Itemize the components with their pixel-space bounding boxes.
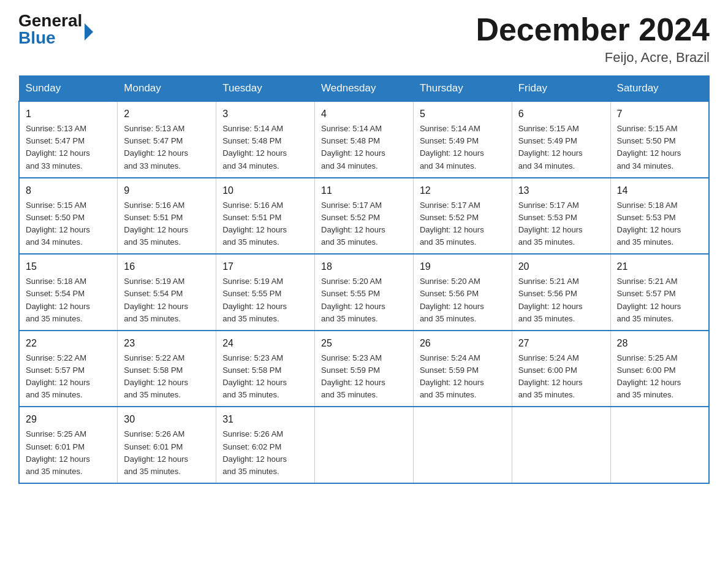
day-number: 6 [518,107,604,121]
day-info: Sunrise: 5:18 AMSunset: 5:54 PMDaylight:… [26,275,111,325]
day-number: 4 [321,107,407,121]
day-number: 3 [222,107,308,121]
logo-text: General Blue [18,12,82,47]
day-info: Sunrise: 5:21 AMSunset: 5:56 PMDaylight:… [518,275,604,325]
day-info: Sunrise: 5:17 AMSunset: 5:52 PMDaylight:… [321,199,407,249]
day-number: 11 [321,183,407,198]
day-number: 5 [420,107,506,121]
day-number: 14 [617,183,702,198]
calendar-cell: 20Sunrise: 5:21 AMSunset: 5:56 PMDayligh… [512,254,610,331]
day-number: 30 [124,412,210,427]
day-info: Sunrise: 5:17 AMSunset: 5:53 PMDaylight:… [518,199,604,249]
calendar-week-row: 29Sunrise: 5:25 AMSunset: 6:01 PMDayligh… [19,407,709,483]
day-number: 22 [26,336,111,351]
calendar-cell: 19Sunrise: 5:20 AMSunset: 5:56 PMDayligh… [413,254,512,331]
day-number: 10 [222,183,308,198]
day-number: 16 [124,259,210,274]
day-number: 2 [124,107,210,121]
day-number: 15 [26,259,111,274]
day-info: Sunrise: 5:21 AMSunset: 5:57 PMDaylight:… [617,275,702,325]
day-info: Sunrise: 5:15 AMSunset: 5:50 PMDaylight:… [26,199,111,249]
calendar-cell: 28Sunrise: 5:25 AMSunset: 6:00 PMDayligh… [610,331,709,407]
calendar-cell: 11Sunrise: 5:17 AMSunset: 5:52 PMDayligh… [315,178,414,255]
day-number: 27 [518,336,604,351]
page: General Blue December 2024 Feijo, Acre, … [0,0,728,496]
calendar-week-row: 22Sunrise: 5:22 AMSunset: 5:57 PMDayligh… [19,331,709,407]
day-number: 19 [420,259,506,274]
day-info: Sunrise: 5:19 AMSunset: 5:55 PMDaylight:… [222,275,308,325]
day-number: 17 [222,259,308,274]
calendar-cell: 17Sunrise: 5:19 AMSunset: 5:55 PMDayligh… [216,254,315,331]
calendar-cell: 25Sunrise: 5:23 AMSunset: 5:59 PMDayligh… [315,331,414,407]
calendar-table: SundayMondayTuesdayWednesdayThursdayFrid… [18,75,710,484]
calendar-week-row: 15Sunrise: 5:18 AMSunset: 5:54 PMDayligh… [19,254,709,331]
calendar-cell: 13Sunrise: 5:17 AMSunset: 5:53 PMDayligh… [512,178,610,255]
weekday-header-sunday: Sunday [19,76,118,102]
day-number: 28 [617,336,702,351]
calendar-cell: 18Sunrise: 5:20 AMSunset: 5:55 PMDayligh… [315,254,414,331]
day-info: Sunrise: 5:13 AMSunset: 5:47 PMDaylight:… [26,123,111,172]
calendar-cell [512,407,610,483]
logo-blue-text: Blue [18,29,82,47]
weekday-header-wednesday: Wednesday [315,76,414,102]
calendar-cell: 7Sunrise: 5:15 AMSunset: 5:50 PMDaylight… [610,101,709,178]
day-info: Sunrise: 5:22 AMSunset: 5:58 PMDaylight:… [124,352,210,402]
calendar-cell: 22Sunrise: 5:22 AMSunset: 5:57 PMDayligh… [19,331,118,407]
header: General Blue December 2024 Feijo, Acre, … [18,12,710,66]
calendar-week-row: 8Sunrise: 5:15 AMSunset: 5:50 PMDaylight… [19,178,709,255]
weekday-header-tuesday: Tuesday [216,76,315,102]
day-info: Sunrise: 5:14 AMSunset: 5:49 PMDaylight:… [420,123,506,172]
day-number: 31 [222,412,308,427]
day-number: 21 [617,259,702,274]
day-number: 26 [420,336,506,351]
day-number: 20 [518,259,604,274]
day-info: Sunrise: 5:25 AMSunset: 6:01 PMDaylight:… [26,428,111,478]
day-info: Sunrise: 5:20 AMSunset: 5:56 PMDaylight:… [420,275,506,325]
day-info: Sunrise: 5:23 AMSunset: 5:59 PMDaylight:… [321,352,407,402]
day-info: Sunrise: 5:14 AMSunset: 5:48 PMDaylight:… [321,123,407,172]
calendar-cell: 4Sunrise: 5:14 AMSunset: 5:48 PMDaylight… [315,101,414,178]
logo: General Blue [18,12,93,47]
day-info: Sunrise: 5:23 AMSunset: 5:58 PMDaylight:… [222,352,308,402]
calendar-cell: 27Sunrise: 5:24 AMSunset: 6:00 PMDayligh… [512,331,610,407]
calendar-cell: 30Sunrise: 5:26 AMSunset: 6:01 PMDayligh… [118,407,216,483]
day-number: 18 [321,259,407,274]
month-title: December 2024 [476,12,710,47]
calendar-cell [413,407,512,483]
day-info: Sunrise: 5:16 AMSunset: 5:51 PMDaylight:… [124,199,210,249]
day-info: Sunrise: 5:13 AMSunset: 5:47 PMDaylight:… [124,123,210,172]
weekday-header-friday: Friday [512,76,610,102]
logo-general-text: General [18,12,82,29]
calendar-cell: 14Sunrise: 5:18 AMSunset: 5:53 PMDayligh… [610,178,709,255]
calendar-cell: 21Sunrise: 5:21 AMSunset: 5:57 PMDayligh… [610,254,709,331]
day-number: 1 [26,107,111,121]
logo-arrow-icon [85,23,93,40]
day-info: Sunrise: 5:22 AMSunset: 5:57 PMDaylight:… [26,352,111,402]
calendar-cell: 3Sunrise: 5:14 AMSunset: 5:48 PMDaylight… [216,101,315,178]
weekday-header-thursday: Thursday [413,76,512,102]
calendar-cell: 15Sunrise: 5:18 AMSunset: 5:54 PMDayligh… [19,254,118,331]
calendar-cell: 9Sunrise: 5:16 AMSunset: 5:51 PMDaylight… [118,178,216,255]
location-title: Feijo, Acre, Brazil [476,50,710,66]
day-number: 23 [124,336,210,351]
day-info: Sunrise: 5:20 AMSunset: 5:55 PMDaylight:… [321,275,407,325]
weekday-header-row: SundayMondayTuesdayWednesdayThursdayFrid… [19,76,709,102]
calendar-cell: 5Sunrise: 5:14 AMSunset: 5:49 PMDaylight… [413,101,512,178]
calendar-cell: 8Sunrise: 5:15 AMSunset: 5:50 PMDaylight… [19,178,118,255]
day-number: 8 [26,183,111,198]
day-number: 25 [321,336,407,351]
day-number: 13 [518,183,604,198]
calendar-week-row: 1Sunrise: 5:13 AMSunset: 5:47 PMDaylight… [19,101,709,178]
title-block: December 2024 Feijo, Acre, Brazil [476,12,710,66]
calendar-cell: 31Sunrise: 5:26 AMSunset: 6:02 PMDayligh… [216,407,315,483]
calendar-cell: 10Sunrise: 5:16 AMSunset: 5:51 PMDayligh… [216,178,315,255]
calendar-cell: 1Sunrise: 5:13 AMSunset: 5:47 PMDaylight… [19,101,118,178]
day-number: 9 [124,183,210,198]
day-info: Sunrise: 5:26 AMSunset: 6:01 PMDaylight:… [124,428,210,478]
day-info: Sunrise: 5:18 AMSunset: 5:53 PMDaylight:… [617,199,702,249]
calendar-header: SundayMondayTuesdayWednesdayThursdayFrid… [19,76,709,102]
day-number: 7 [617,107,702,121]
day-info: Sunrise: 5:24 AMSunset: 6:00 PMDaylight:… [518,352,604,402]
day-number: 12 [420,183,506,198]
calendar-cell: 26Sunrise: 5:24 AMSunset: 5:59 PMDayligh… [413,331,512,407]
